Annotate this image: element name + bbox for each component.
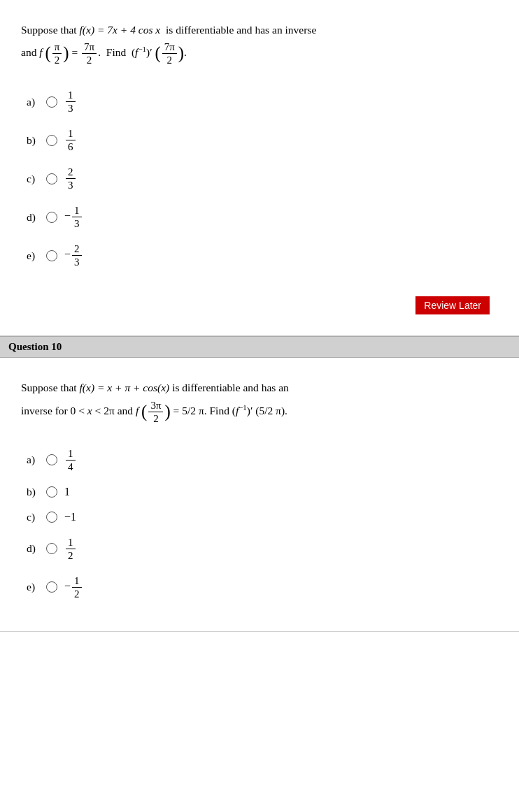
answer-9d-label: d) [27,211,46,224]
review-later-container: Review Later [13,296,506,328]
answer-10c-label: c) [27,511,46,523]
answer-10b-label: b) [27,486,46,498]
answer-9a-radio[interactable] [46,96,57,108]
answer-10c[interactable]: c) −1 [27,511,492,523]
answer-10e-label: e) [27,581,46,593]
question-9-text: Suppose that f(x) = 7x + 4 cos x is diff… [13,13,506,69]
answer-9d-radio[interactable] [46,212,57,223]
answer-9d-value: −13 [64,204,83,230]
question-10-text: Suppose that f(x) = x + π + cos(x) is di… [13,370,506,427]
answer-9c[interactable]: c) 23 [27,166,492,191]
question-9-block: Suppose that f(x) = 7x + 4 cos x is diff… [0,0,519,336]
answer-10d-label: d) [27,542,46,555]
answer-10b-value: 1 [64,486,70,498]
answer-9b-value: 16 [64,127,77,153]
answer-9b-label: b) [27,134,46,147]
answer-10a-value: 14 [64,447,77,473]
question-10-answers: a) 14 b) 1 c) −1 d) 12 [13,428,506,624]
answer-9e-value: −23 [64,242,83,268]
answer-9e-label: e) [27,249,46,262]
review-later-button[interactable]: Review Later [415,296,490,314]
answer-10d[interactable]: d) 12 [27,536,492,562]
answer-9c-value: 23 [64,166,77,191]
answer-10e-radio[interactable] [46,581,57,593]
question-10-block: Suppose that f(x) = x + π + cos(x) is di… [0,358,519,631]
answer-9b[interactable]: b) 16 [27,127,492,153]
answer-10a-radio[interactable] [46,454,57,465]
answer-10c-radio[interactable] [46,512,57,523]
answer-10e[interactable]: e) −12 [27,574,492,600]
answer-10a-label: a) [27,454,46,466]
answer-10a[interactable]: a) 14 [27,447,492,473]
answer-9c-radio[interactable] [46,173,57,184]
question-10-header: Question 10 [0,336,519,358]
answer-10c-value: −1 [64,511,76,523]
answer-9a-label: a) [27,96,46,108]
answer-9a-value: 13 [64,89,77,115]
question-9-answers: a) 13 b) 16 c) 23 d) −13 [13,69,506,292]
answer-10b[interactable]: b) 1 [27,486,492,498]
answer-9d[interactable]: d) −13 [27,204,492,230]
answer-9e[interactable]: e) −23 [27,242,492,268]
answer-10d-value: 12 [64,536,77,562]
answer-9a[interactable]: a) 13 [27,89,492,115]
answer-10d-radio[interactable] [46,543,57,554]
answer-9e-radio[interactable] [46,250,57,261]
answer-10b-radio[interactable] [46,486,57,498]
answer-10e-value: −12 [64,574,83,600]
answer-9c-label: c) [27,173,46,185]
answer-9b-radio[interactable] [46,135,57,146]
